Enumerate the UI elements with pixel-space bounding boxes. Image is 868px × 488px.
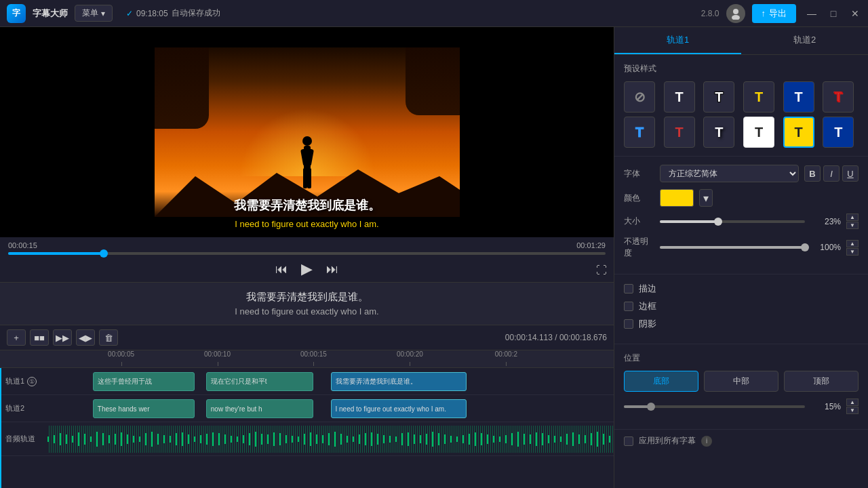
track-2-clip-3[interactable]: I need to figure out exactly who I am.: [331, 399, 467, 418]
size-down-button[interactable]: ▼: [846, 222, 859, 229]
font-row: 字体 方正综艺简体 B I U: [624, 165, 859, 182]
preset-red-outline[interactable]: T: [664, 117, 695, 148]
timeline-tracks: 轨道1 ① 这些手曾经用于战 现在它们只是和平t 我需要弄清楚我到底是谁。 轨道…: [0, 368, 614, 488]
preset-blue-outline[interactable]: T: [624, 117, 655, 148]
font-label: 字体: [624, 168, 654, 180]
ruler-mark-1: 00:00:05: [108, 350, 134, 358]
track-1-clip-2[interactable]: 现在它们只是和平t: [206, 372, 314, 391]
position-middle-button[interactable]: 中部: [704, 371, 778, 392]
position-top-button[interactable]: 顶部: [784, 371, 859, 392]
position-slider-track[interactable]: [624, 405, 805, 408]
export-button[interactable]: ↑ 导出: [752, 4, 797, 23]
position-slider-thumb[interactable]: [647, 403, 655, 411]
backward-button[interactable]: ◀▶: [76, 329, 95, 346]
opacity-up-button[interactable]: ▲: [846, 240, 859, 247]
progress-bar[interactable]: [8, 252, 606, 255]
forward-button[interactable]: ▶▶: [53, 329, 72, 346]
fullscreen-button[interactable]: ⛶: [596, 264, 607, 277]
preset-red-stroke[interactable]: T: [823, 81, 854, 113]
preset-yellow-box[interactable]: T: [783, 117, 814, 148]
export-label: 导出: [769, 7, 787, 20]
shadow-checkbox[interactable]: [624, 319, 633, 329]
menu-button[interactable]: 菜单 ▾: [75, 5, 113, 22]
preset-stroke[interactable]: T: [703, 81, 734, 113]
preset-white-shadow[interactable]: T: [703, 117, 734, 148]
rewind-button[interactable]: ⏮: [275, 262, 288, 277]
size-value: 23%: [810, 217, 841, 226]
preset-yellow[interactable]: T: [743, 81, 774, 113]
minimize-button[interactable]: —: [806, 7, 818, 20]
panel-tabs: 轨道1 轨道2: [614, 27, 868, 55]
split-button[interactable]: ■■: [30, 329, 49, 346]
opacity-slider-thumb[interactable]: [801, 243, 809, 251]
position-slider-container: [624, 405, 805, 408]
position-section-title: 位置: [624, 352, 859, 364]
track-2-clip-1[interactable]: These hands wer: [93, 399, 195, 418]
preset-section: 预设样式 ⊘ T T T T T T T T T T T: [614, 55, 868, 157]
bold-button[interactable]: B: [804, 165, 821, 182]
underline-button[interactable]: U: [842, 165, 859, 182]
position-up-button[interactable]: ▲: [846, 399, 859, 406]
subtitle-main-text[interactable]: 我需要弄清楚我到底是谁。: [14, 291, 600, 304]
ruler-mark-5: 00:00:2: [495, 350, 517, 358]
size-slider-fill: [660, 220, 718, 223]
preset-white-box[interactable]: T: [743, 117, 774, 148]
svg-rect-7: [303, 168, 307, 188]
preset-blue-box[interactable]: T: [823, 117, 854, 148]
delete-button[interactable]: 🗑: [99, 329, 118, 346]
color-swatch[interactable]: [660, 189, 694, 207]
italic-button[interactable]: I: [823, 165, 840, 182]
main-content: 我需要弄清楚我到底是谁。 I need to figure out exactl…: [0, 27, 868, 488]
user-avatar[interactable]: [726, 4, 745, 23]
apply-all-info-icon[interactable]: i: [701, 436, 712, 447]
border-row: 边框: [624, 300, 859, 312]
track-1-clip-3[interactable]: 我需要弄清楚我到底是谁。: [331, 372, 467, 391]
time-display: 00:00:15 00:01:29: [8, 241, 606, 249]
preset-plain[interactable]: T: [664, 81, 695, 113]
menu-label: 菜单: [82, 7, 98, 19]
opacity-slider-fill: [660, 246, 805, 249]
track-2-clip-2[interactable]: now they're but h: [206, 399, 314, 418]
font-select[interactable]: 方正综艺简体: [660, 165, 799, 182]
apply-all-label: 应用到所有字幕: [639, 435, 696, 447]
position-down-button[interactable]: ▼: [846, 407, 859, 414]
tab-track-1[interactable]: 轨道1: [614, 27, 741, 54]
color-label: 颜色: [624, 192, 654, 204]
tab-track-2[interactable]: 轨道2: [741, 27, 868, 54]
timeline-area: + ■■ ▶▶ ◀▶ 🗑 00:00:14.113 / 00:00:18.676…: [0, 325, 614, 488]
fast-forward-button[interactable]: ⏭: [326, 262, 338, 277]
maximize-button[interactable]: □: [827, 7, 840, 20]
progress-handle[interactable]: [100, 249, 108, 258]
subtitle-trans-text[interactable]: I need to figure out exactly who I am.: [14, 306, 600, 317]
subtitle-text-area[interactable]: 我需要弄清楚我到底是谁。 I need to figure out exactl…: [0, 282, 614, 325]
add-clip-button[interactable]: +: [7, 329, 26, 346]
apply-all-checkbox[interactable]: [624, 436, 633, 446]
position-buttons: 底部 中部 顶部: [624, 371, 859, 392]
audio-track-row: 音频轨道: [0, 422, 614, 456]
stroke-checkbox[interactable]: [624, 284, 633, 293]
app-title: 字幕大师: [33, 7, 68, 20]
close-button[interactable]: ✕: [849, 7, 861, 20]
titlebar: 字 字幕大师 菜单 ▾ ✓ 09:18:05 自动保存成功 2.8.0 ↑ 导出…: [0, 0, 868, 27]
size-slider-track[interactable]: [660, 220, 805, 223]
svg-point-1: [732, 15, 740, 20]
opacity-label: 不透明度: [624, 236, 654, 259]
opacity-row: 不透明度 100% ▲ ▼: [624, 236, 859, 259]
opacity-value: 100%: [810, 243, 841, 252]
preset-blue-bg[interactable]: T: [783, 81, 814, 113]
color-row: 颜色 ▾: [624, 189, 859, 207]
preset-none[interactable]: ⊘: [624, 81, 655, 113]
track-1-clip-1[interactable]: 这些手曾经用于战: [93, 372, 195, 391]
size-up-button[interactable]: ▲: [846, 214, 859, 221]
app-logo-icon: 字: [7, 4, 26, 23]
position-bottom-button[interactable]: 底部: [624, 371, 698, 392]
play-pause-button[interactable]: ▶: [301, 260, 313, 278]
video-frame: 我需要弄清楚我到底是谁。 I need to figure out exactl…: [0, 27, 614, 237]
video-area: 我需要弄清楚我到底是谁。 I need to figure out exactl…: [0, 27, 614, 237]
opacity-down-button[interactable]: ▼: [846, 248, 859, 256]
size-slider-thumb[interactable]: [714, 218, 722, 226]
color-dropdown-button[interactable]: ▾: [699, 189, 713, 207]
opacity-stepper: ▲ ▼: [846, 240, 859, 256]
border-checkbox[interactable]: [624, 302, 633, 311]
opacity-slider-track[interactable]: [660, 246, 805, 249]
